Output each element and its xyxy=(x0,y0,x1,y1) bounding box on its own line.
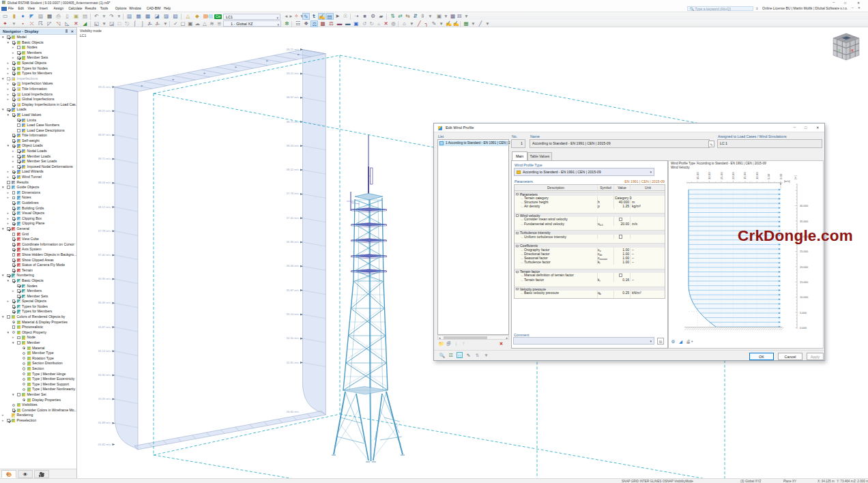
svg-text:26.82 m/s: 26.82 m/s xyxy=(287,410,299,413)
svg-text:40.000: 40.000 xyxy=(800,204,809,207)
svg-text:[m/s]: [m/s] xyxy=(784,179,790,183)
svg-text:15.00: 15.00 xyxy=(743,172,747,179)
svg-text:20.000: 20.000 xyxy=(800,265,809,269)
svg-text:20.00: 20.00 xyxy=(732,172,735,179)
svg-text:15.000: 15.000 xyxy=(800,280,809,284)
svg-text:10.00: 10.00 xyxy=(755,172,759,179)
svg-text:38.71 m/s: 38.71 m/s xyxy=(98,157,111,160)
svg-text:36.46 m/s: 36.46 m/s xyxy=(98,301,111,304)
svg-text:37.40 m/s: 37.40 m/s xyxy=(98,253,111,257)
svg-text:34.30 m/s: 34.30 m/s xyxy=(287,336,299,340)
svg-text:37.78 m/s: 37.78 m/s xyxy=(98,229,111,233)
svg-text:35.00: 35.00 xyxy=(696,172,699,179)
svg-text:38.43 m/s: 38.43 m/s xyxy=(98,181,111,184)
svg-text:5.00: 5.00 xyxy=(767,173,770,179)
svg-text:38.12 m/s: 38.12 m/s xyxy=(98,205,111,209)
svg-text:38.97 m/s: 38.97 m/s xyxy=(287,96,299,99)
svg-text:5.000: 5.000 xyxy=(800,311,807,314)
svg-text:0.00: 0.00 xyxy=(779,173,783,179)
svg-text:34.30 m/s: 34.30 m/s xyxy=(98,373,111,377)
svg-text:37.40 m/s: 37.40 m/s xyxy=(287,216,299,220)
svg-text:33.26 m/s: 33.26 m/s xyxy=(98,397,111,400)
svg-text:38.12 m/s: 38.12 m/s xyxy=(287,168,299,171)
svg-text:25.000: 25.000 xyxy=(800,250,809,253)
svg-text:-Y: -Y xyxy=(837,49,841,53)
svg-text:39.21 m/s: 39.21 m/s xyxy=(287,48,299,51)
svg-text:0.000: 0.000 xyxy=(800,326,807,330)
svg-text:35.87 m/s: 35.87 m/s xyxy=(287,289,299,292)
svg-text:35.14 m/s: 35.14 m/s xyxy=(287,312,299,316)
svg-text:39.21 m/s: 39.21 m/s xyxy=(98,109,111,113)
svg-text:35.14 m/s: 35.14 m/s xyxy=(98,349,111,353)
svg-text:10.000: 10.000 xyxy=(800,295,809,299)
svg-text:38.43 m/s: 38.43 m/s xyxy=(287,144,299,147)
svg-text:25.00: 25.00 xyxy=(720,172,723,179)
svg-text:35.000: 35.000 xyxy=(800,220,809,223)
svg-text:39.21 m/s: 39.21 m/s xyxy=(98,85,111,89)
svg-text:32.81 m/s: 32.81 m/s xyxy=(287,361,299,364)
svg-text:30.00: 30.00 xyxy=(708,172,711,179)
svg-text:36.96 m/s: 36.96 m/s xyxy=(98,277,111,280)
svg-text:38.97 m/s: 38.97 m/s xyxy=(98,133,111,136)
svg-text:37.78 m/s: 37.78 m/s xyxy=(287,192,299,195)
svg-text:36.96 m/s: 36.96 m/s xyxy=(287,240,299,244)
svg-text:31.89 m/s: 31.89 m/s xyxy=(98,421,111,424)
svg-text:26.82 m/s: 26.82 m/s xyxy=(98,443,111,446)
svg-text:35.87 m/s: 35.87 m/s xyxy=(98,325,111,329)
svg-text:36.46 m/s: 36.46 m/s xyxy=(287,264,299,267)
svg-text:39.21 m/s: 39.21 m/s xyxy=(287,72,299,75)
svg-text:[m]: [m] xyxy=(794,175,797,179)
